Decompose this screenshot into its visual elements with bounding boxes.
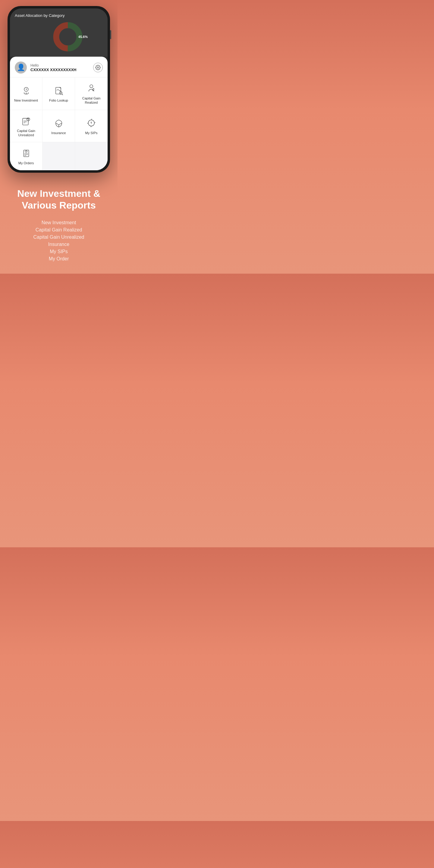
modal-sheet: 👤 Hello CXXXXXX XXXXXXXXXH [10, 57, 107, 170]
avatar-icon: 👤 [17, 64, 25, 71]
feature-item-3: Capital Gain Unrealized [17, 235, 100, 240]
username-text: CXXXXXX XXXXXXXXXH [30, 67, 93, 72]
svg-rect-9 [23, 118, 28, 125]
capital-gain-unrealized-label: Capital Gain Unrealized [12, 129, 40, 137]
new-investment-icon: ₹ [21, 85, 32, 96]
svg-text:₹: ₹ [90, 121, 92, 124]
capital-gain-unrealized-icon [21, 116, 32, 126]
new-investment-label: New Investment [14, 98, 38, 102]
modal-header: 👤 Hello CXXXXXX XXXXXXXXXH [10, 57, 107, 78]
chart-area: Asset Allocation by Category 45.6% [10, 8, 107, 57]
feature-item-5: My SIPs [17, 249, 100, 254]
folio-lookup-label: Folio Lookup [49, 98, 68, 102]
menu-item-my-orders[interactable]: ₹ My Orders [10, 142, 42, 170]
svg-text:₹: ₹ [26, 151, 27, 153]
empty-slot-2 [75, 142, 107, 170]
capital-gain-realized-icon [86, 83, 97, 94]
feature-item-2: Capital Gain Realized [17, 227, 100, 233]
insurance-icon [53, 118, 64, 128]
svg-text:₹: ₹ [25, 88, 27, 91]
my-sips-icon: ₹ [86, 118, 97, 128]
hello-text: Hello [30, 63, 93, 67]
menu-grid: ₹ New Investment [10, 78, 107, 170]
donut-chart: 45.6% [15, 20, 103, 53]
capital-gain-realized-label: Capital Gain Realized [78, 96, 105, 105]
donut-percentage: 45.6% [79, 35, 88, 38]
bottom-section: New Investment &Various Reports New Inve… [8, 173, 110, 274]
feature-item-6: My Order [17, 256, 100, 261]
settings-button[interactable] [93, 63, 103, 72]
feature-item-4: Insurance [17, 242, 100, 247]
chart-title: Asset Allocation by Category [15, 13, 64, 18]
svg-point-8 [90, 85, 93, 88]
phone-frame: Asset Allocation by Category 45.6% 👤 [7, 6, 110, 173]
menu-item-folio-lookup[interactable]: Folio Lookup [42, 78, 75, 110]
insurance-label: Insurance [51, 131, 66, 135]
feature-item-1: New Investment [17, 220, 100, 225]
my-orders-label: My Orders [19, 161, 34, 165]
svg-point-2 [60, 29, 76, 45]
feature-title: New Investment &Various Reports [17, 188, 100, 211]
svg-point-3 [97, 67, 99, 68]
my-orders-icon: ₹ [21, 148, 32, 158]
phone-screen: Asset Allocation by Category 45.6% 👤 [10, 8, 107, 170]
menu-item-insurance[interactable]: Insurance [42, 110, 75, 143]
empty-slot-1 [42, 142, 75, 170]
power-button [110, 30, 111, 39]
menu-item-capital-gain-realized[interactable]: Capital Gain Realized [75, 78, 107, 110]
avatar: 👤 [15, 61, 27, 73]
menu-item-my-sips[interactable]: ₹ My SIPs [75, 110, 107, 143]
my-sips-label: My SIPs [85, 131, 98, 135]
feature-list: New Investment Capital Gain Realized Cap… [17, 220, 100, 261]
folio-lookup-icon [53, 85, 64, 96]
greeting-area: Hello CXXXXXX XXXXXXXXXH [30, 63, 93, 72]
gear-icon [95, 65, 101, 70]
menu-item-capital-gain-unrealized[interactable]: Capital Gain Unrealized [10, 110, 42, 143]
svg-rect-6 [56, 87, 61, 94]
menu-item-new-investment[interactable]: ₹ New Investment [10, 78, 42, 110]
